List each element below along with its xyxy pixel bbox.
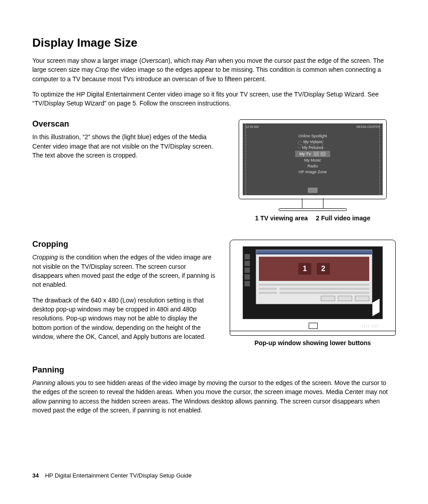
popup-buttons — [321, 296, 369, 301]
menu-item: My Music — [304, 158, 321, 163]
desktop-icon — [245, 254, 250, 259]
text: Your screen may show a larger image ( — [32, 57, 141, 64]
overscan-figure: 12:29 AM MEDIA CENTER start Online Spotl… — [230, 119, 396, 222]
control-line — [259, 292, 277, 294]
media-center-menu: Online Spotlight My Videos My Pictures M… — [295, 133, 331, 175]
crt-bottom-ridge — [230, 331, 395, 333]
popup-window: 1 2 — [256, 250, 372, 304]
cropping-section: Cropping Cropping is the condition when … — [32, 240, 396, 347]
page-number: 34 — [32, 472, 39, 479]
monitor-neck — [302, 198, 323, 208]
cropping-figure: 1 2 — [230, 240, 396, 346]
tv-icon — [320, 152, 326, 156]
term-crop: Crop — [95, 66, 109, 73]
intro-paragraph-1: Your screen may show a larger image (Ove… — [32, 56, 396, 83]
overscan-caption: 1 TV viewing area 2 Full video image — [255, 215, 371, 222]
guide-line — [380, 123, 380, 195]
desktop-icons — [245, 254, 250, 286]
menu-item-label: My TV — [300, 152, 311, 156]
panning-section: Panning Panning allows you to see hidden… — [32, 365, 396, 415]
menu-icons — [314, 152, 326, 156]
page-title: Display Image Size — [32, 36, 396, 50]
control-line — [280, 288, 369, 290]
doc-title: HP Digital Entertainment Center TV/Displ… — [45, 472, 192, 479]
cropping-text: Cropping Cropping is the condition when … — [32, 240, 216, 347]
desktop-icon — [245, 274, 250, 280]
screen-brand: MEDIA CENTER — [356, 125, 380, 128]
cancel-button — [338, 296, 352, 301]
text: allows you to see hidden areas of the vi… — [32, 379, 388, 414]
monitor-base — [279, 208, 347, 211]
cropping-paragraph-1: Cropping is the condition when the edges… — [32, 253, 216, 289]
menu-item-selected: My TV — [295, 151, 331, 157]
monitor-illustration: 12:29 AM MEDIA CENTER start Online Spotl… — [239, 119, 387, 211]
menu-item: My Pictures — [302, 145, 323, 150]
document-page: Display Image Size Your screen may show … — [0, 0, 428, 504]
crt-illustration: 1 2 — [230, 240, 396, 336]
overscan-paragraph: In this illustration, “2” shows the (lig… — [32, 132, 216, 160]
menu-item: HP Image Zone — [299, 169, 327, 175]
desktop-icon — [245, 261, 250, 266]
display-preview: 1 2 — [259, 257, 369, 281]
apply-button — [355, 296, 369, 301]
overscan-text: Overscan In this illustration, “2” shows… — [32, 119, 216, 166]
overscan-section: Overscan In this illustration, “2” shows… — [32, 119, 396, 222]
remote-icon — [314, 152, 319, 156]
caption-part-1: 1 TV viewing area — [255, 215, 308, 222]
menu-item: My Videos — [303, 139, 322, 145]
popup-controls — [259, 284, 369, 301]
menu-item: Online Spotlight — [298, 133, 327, 139]
guide-line — [245, 123, 246, 195]
menu-item: Radio — [307, 163, 318, 169]
text: is the condition when the edges of the v… — [32, 254, 215, 288]
popup-titlebar — [256, 250, 372, 254]
screen-time: 12:29 AM — [245, 125, 259, 128]
preview-monitor-1: 1 — [298, 263, 311, 275]
term-panning: Panning — [32, 379, 55, 386]
ok-button — [321, 296, 335, 301]
preview-monitor-2: 2 — [317, 263, 330, 275]
term-pan: Pan — [205, 57, 216, 64]
intro-paragraph-2: To optimize the HP Digital Entertainment… — [32, 90, 396, 108]
caption-part-2: 2 Full video image — [316, 215, 370, 222]
term-overscan: Overscan — [141, 57, 168, 64]
control-dots: :::: :::: — [362, 324, 379, 328]
power-button-icon — [309, 323, 318, 329]
panning-heading: Panning — [32, 365, 396, 375]
panning-paragraph: Panning allows you to see hidden areas o… — [32, 378, 396, 415]
cropping-paragraph-2: The drawback of the 640 x 480 (Low) reso… — [32, 296, 216, 341]
control-line — [259, 284, 369, 286]
page-footer: 34HP Digital Entertainment Center TV/Dis… — [32, 472, 192, 479]
desktop-icon — [245, 267, 250, 273]
cropping-caption: Pop-up window showing lower buttons — [254, 339, 371, 346]
glare-accent — [372, 299, 380, 316]
desktop-icon — [245, 281, 250, 286]
hp-logo-icon — [308, 188, 318, 193]
cropping-heading: Cropping — [32, 240, 216, 249]
overscan-heading: Overscan — [32, 119, 216, 129]
control-line — [259, 288, 277, 290]
term-cropping: Cropping — [32, 254, 58, 261]
control-line — [280, 292, 369, 294]
text: ), which may — [168, 57, 205, 64]
